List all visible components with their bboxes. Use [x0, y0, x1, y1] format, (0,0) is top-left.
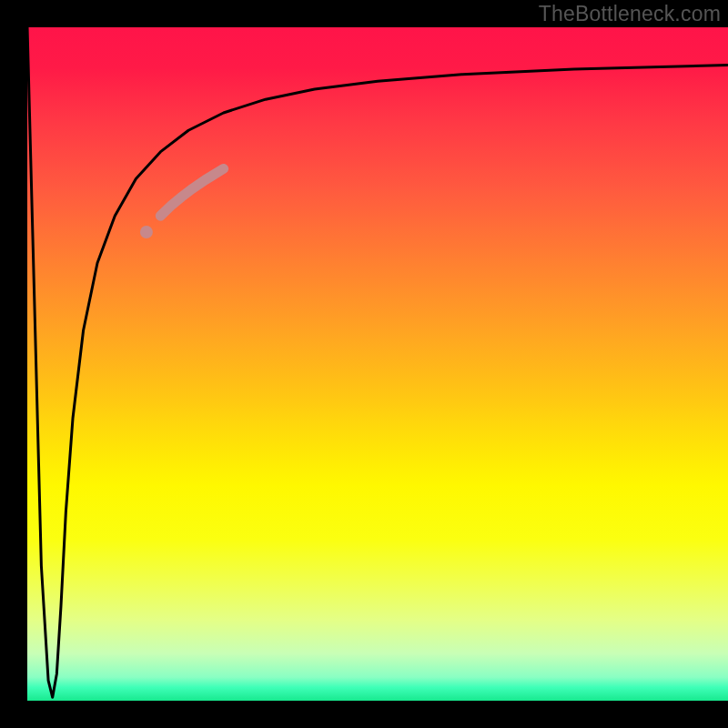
highlighted-segment	[160, 168, 223, 216]
highlighted-dot	[140, 226, 153, 238]
chart-plot-area	[27, 27, 728, 701]
bottleneck-curve	[27, 27, 728, 697]
watermark-text: TheBottleneck.com	[539, 2, 721, 26]
chart-svg-layer	[27, 27, 728, 701]
